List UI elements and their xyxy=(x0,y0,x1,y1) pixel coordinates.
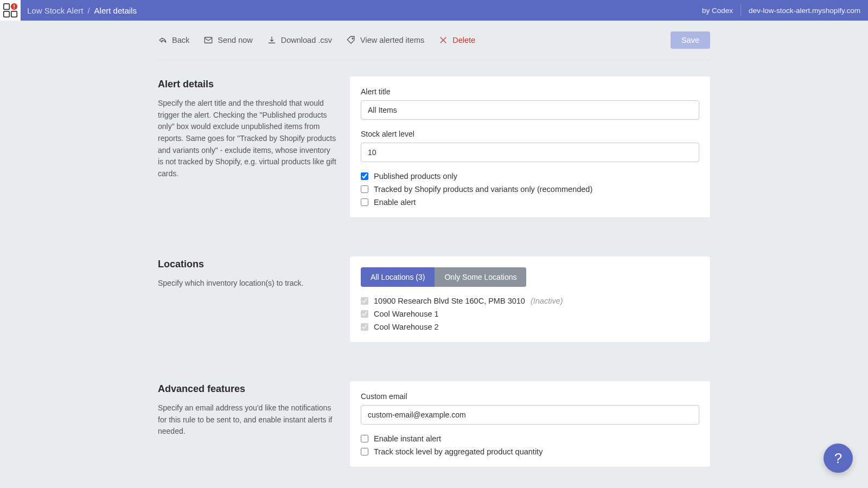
enable-alert-checkbox[interactable] xyxy=(361,198,368,206)
enable-alert-row[interactable]: Enable alert xyxy=(361,198,699,207)
tag-icon xyxy=(346,35,356,45)
tab-all-locations[interactable]: All Locations (3) xyxy=(361,267,435,287)
location-row: Cool Warehouse 2 xyxy=(361,323,699,331)
app-logo xyxy=(0,0,21,21)
download-icon xyxy=(267,35,277,45)
send-now-button[interactable]: Send now xyxy=(203,35,253,45)
delete-button[interactable]: Delete xyxy=(438,35,475,45)
save-button[interactable]: Save xyxy=(671,31,710,49)
location-inactive-suffix: (Inactive) xyxy=(531,297,563,305)
locations-segmented: All Locations (3) Only Some Locations xyxy=(361,267,526,287)
enable-instant-row[interactable]: Enable instant alert xyxy=(361,434,699,443)
section-locations: Locations Specify which inventory locati… xyxy=(158,240,710,342)
alert-details-card: Alert title Stock alert level Published … xyxy=(350,76,710,217)
app-header: Low Stock Alert / Alert details by Codex… xyxy=(0,0,868,21)
svg-rect-2 xyxy=(11,11,17,17)
svg-rect-5 xyxy=(14,8,15,9)
svg-rect-4 xyxy=(14,5,15,7)
location-checkbox xyxy=(361,323,368,331)
location-checkbox xyxy=(361,297,368,305)
tab-some-locations[interactable]: Only Some Locations xyxy=(435,267,526,287)
view-alerted-button[interactable]: View alerted items xyxy=(346,35,424,45)
section-title: Advanced features xyxy=(158,383,337,395)
section-desc: Specify an email address you'd like the … xyxy=(158,402,337,438)
breadcrumb-root[interactable]: Low Stock Alert xyxy=(27,6,83,15)
section-advanced: Advanced features Specify an email addre… xyxy=(158,365,710,467)
custom-email-input[interactable] xyxy=(361,405,699,425)
enable-instant-checkbox[interactable] xyxy=(361,435,368,442)
section-title: Locations xyxy=(158,259,337,270)
stock-level-label: Stock alert level xyxy=(361,130,699,138)
location-row: 10900 Research Blvd Ste 160C, PMB 3010 (… xyxy=(361,297,699,305)
help-fab[interactable]: ? xyxy=(824,444,853,473)
alert-title-input[interactable] xyxy=(361,100,699,120)
tracked-only-checkbox[interactable] xyxy=(361,185,368,193)
breadcrumb-separator: / xyxy=(87,6,90,15)
header-divider xyxy=(741,4,741,16)
tracked-only-row[interactable]: Tracked by Shopify products and variants… xyxy=(361,185,699,194)
reply-arrow-icon xyxy=(158,35,168,45)
track-aggregate-checkbox[interactable] xyxy=(361,448,368,455)
breadcrumb-current: Alert details xyxy=(94,6,137,15)
svg-rect-0 xyxy=(4,4,10,10)
published-only-row[interactable]: Published products only xyxy=(361,172,699,181)
tracked-only-label: Tracked by Shopify products and variants… xyxy=(374,185,592,194)
send-now-label: Send now xyxy=(218,36,253,44)
location-checkbox xyxy=(361,310,368,318)
download-csv-label: Download .csv xyxy=(281,36,332,44)
location-row: Cool Warehouse 1 xyxy=(361,310,699,318)
breadcrumb: Low Stock Alert / Alert details xyxy=(27,6,137,15)
location-label: 10900 Research Blvd Ste 160C, PMB 3010 xyxy=(374,297,525,305)
by-codex-link[interactable]: by Codex xyxy=(702,7,733,15)
locations-card: All Locations (3) Only Some Locations 10… xyxy=(350,256,710,342)
view-alerted-label: View alerted items xyxy=(360,36,424,44)
question-mark-icon: ? xyxy=(834,450,842,467)
location-label: Cool Warehouse 2 xyxy=(374,323,439,331)
shop-domain-link[interactable]: dev-low-stock-alert.myshopify.com xyxy=(749,7,860,15)
track-aggregate-row[interactable]: Track stock level by aggregated product … xyxy=(361,447,699,456)
envelope-icon xyxy=(203,35,213,45)
stock-level-input[interactable] xyxy=(361,143,699,162)
location-label: Cool Warehouse 1 xyxy=(374,310,439,318)
section-title: Alert details xyxy=(158,79,337,90)
section-alert-details: Alert details Specify the alert title an… xyxy=(158,60,710,217)
back-button[interactable]: Back xyxy=(158,35,189,45)
action-toolbar: Back Send now Download .csv View alerted… xyxy=(158,21,710,60)
delete-label: Delete xyxy=(452,36,475,44)
download-csv-button[interactable]: Download .csv xyxy=(267,35,332,45)
advanced-card: Custom email Enable instant alert Track … xyxy=(350,381,710,467)
published-only-checkbox[interactable] xyxy=(361,172,368,180)
back-button-label: Back xyxy=(172,36,189,44)
section-desc: Specify the alert title and the threshol… xyxy=(158,98,337,180)
svg-point-7 xyxy=(352,38,353,39)
alert-title-label: Alert title xyxy=(361,87,699,96)
published-only-label: Published products only xyxy=(374,172,457,181)
custom-email-label: Custom email xyxy=(361,392,699,401)
x-icon xyxy=(438,35,448,45)
svg-rect-1 xyxy=(4,11,10,17)
track-aggregate-label: Track stock level by aggregated product … xyxy=(374,447,542,456)
enable-alert-label: Enable alert xyxy=(374,198,416,207)
header-right: by Codex dev-low-stock-alert.myshopify.c… xyxy=(702,4,860,16)
section-desc: Specify which inventory location(s) to t… xyxy=(158,278,337,290)
enable-instant-label: Enable instant alert xyxy=(374,434,441,443)
